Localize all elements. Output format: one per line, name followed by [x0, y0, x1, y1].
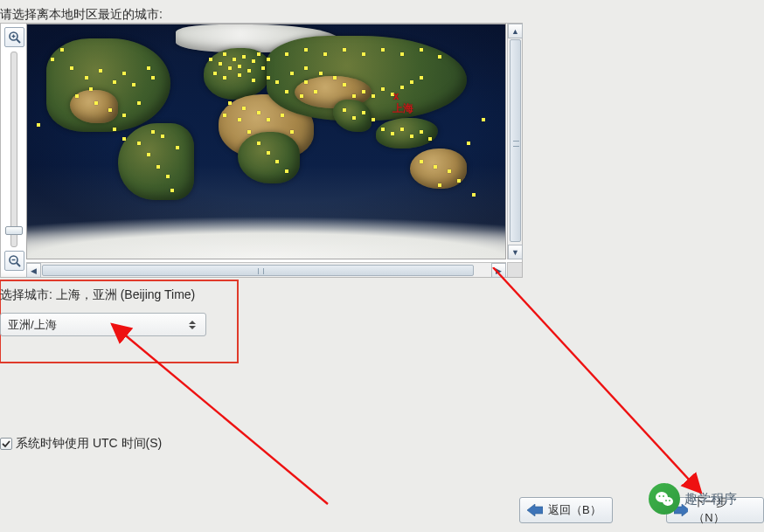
svg-line-1: [17, 39, 20, 43]
svg-marker-8: [674, 504, 688, 516]
scroll-down-icon[interactable]: ▼: [508, 245, 523, 259]
selected-city-label: 选择城市: 上海，亚洲 (Beijing Time): [0, 287, 195, 303]
back-button[interactable]: 返回（B）: [519, 497, 613, 523]
map-scrollbar-vertical[interactable]: ▲ ▼: [507, 24, 522, 259]
zoom-slider-track[interactable]: [10, 52, 17, 247]
arrow-right-icon: [674, 504, 688, 516]
zoom-in-button[interactable]: [4, 27, 24, 47]
svg-line-5: [17, 263, 20, 266]
prompt-label: 请选择离本地时区最近的城市:: [0, 7, 163, 23]
timezone-value: 亚洲/上海: [8, 317, 185, 333]
zoom-slider-thumb[interactable]: [5, 226, 23, 235]
svg-point-16: [663, 495, 664, 497]
scroll-thumb-h[interactable]: [42, 265, 474, 276]
utc-checkbox[interactable]: [0, 438, 12, 450]
scroll-right-icon[interactable]: ▶: [491, 263, 506, 278]
combobox-spinner-icon: [185, 315, 198, 335]
scroll-thumb-v[interactable]: [510, 39, 521, 242]
utc-checkbox-label: 系统时钟使用 UTC 时间(S): [16, 436, 162, 452]
scroll-up-icon[interactable]: ▲: [508, 24, 523, 38]
svg-point-15: [659, 495, 661, 497]
svg-marker-7: [527, 504, 543, 516]
svg-line-10: [493, 267, 701, 493]
arrow-left-icon: [527, 504, 543, 516]
world-map[interactable]: x 上海: [26, 24, 506, 259]
scroll-corner: [507, 262, 522, 277]
city-dots: [27, 24, 505, 259]
next-button[interactable]: 下一步（N）: [666, 497, 764, 523]
scroll-left-icon[interactable]: ◀: [26, 263, 41, 278]
timezone-combobox[interactable]: 亚洲/上海: [0, 313, 206, 336]
map-frame: x 上海 ▲ ▼ ◀ ▶: [0, 23, 523, 278]
map-scrollbar-horizontal[interactable]: ◀ ▶: [26, 262, 506, 277]
zoom-out-button[interactable]: [4, 251, 24, 271]
